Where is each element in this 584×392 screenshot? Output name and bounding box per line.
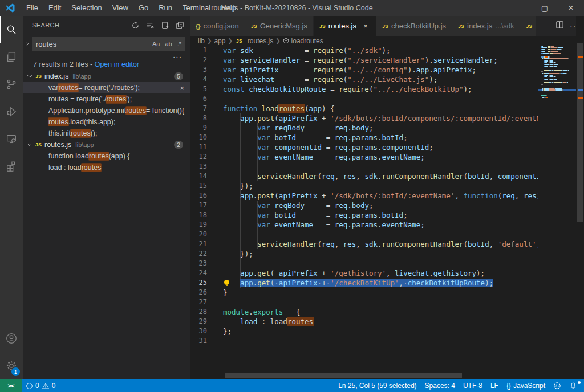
code-editor[interactable]: 1var sdk = require("../sdk");2var servic… xyxy=(190,46,538,373)
open-in-editor-link[interactable]: Open in editor xyxy=(95,60,140,68)
split-editor-button[interactable] xyxy=(555,21,564,31)
overview-ruler[interactable] xyxy=(576,16,584,373)
clear-results-button[interactable] xyxy=(144,19,156,31)
code-line-24[interactable]: 24 app.get( apiPrefix + '/gethistory', l… xyxy=(190,268,538,278)
code-line-27[interactable]: 27 xyxy=(190,297,538,307)
indentation-status[interactable]: Spaces: 4 xyxy=(421,379,459,392)
menu-item-view[interactable]: View xyxy=(107,0,133,16)
code-line-31[interactable]: 31 xyxy=(190,336,538,346)
search-match-row[interactable]: this.initroutes(); xyxy=(23,128,190,139)
tab-routes.js[interactable]: JSroutes.js× xyxy=(314,16,376,36)
code-line-21[interactable]: 21 serviceHandler(req, res, sdk.runCompo… xyxy=(190,239,538,249)
code-line-30[interactable]: 30}; xyxy=(190,326,538,336)
language-status[interactable]: {} JavaScript xyxy=(502,379,549,392)
code-line-4[interactable]: 4var livechat = require("../../LiveChat.… xyxy=(190,75,538,84)
accounts-button[interactable] xyxy=(0,325,23,352)
code-line-11[interactable]: 11 var componentId = req.params.componen… xyxy=(190,142,538,152)
search-match-row[interactable]: routes.load(this.app); xyxy=(23,116,190,128)
tab-GenericMsg.js[interactable]: JSGenericMsg.js xyxy=(245,16,314,36)
search-match-row[interactable]: var routes = require('./routes');× xyxy=(23,82,190,93)
close-button[interactable]: × xyxy=(558,0,584,16)
regex-toggle[interactable]: .* xyxy=(176,40,183,48)
menu-item-edit[interactable]: Edit xyxy=(43,0,66,16)
explorer-activity-button[interactable] xyxy=(0,43,23,71)
code-line-25[interactable]: 25 app.get(·apiPrefix·+·'/checkBotKitUp'… xyxy=(190,278,538,288)
eol-status[interactable]: LF xyxy=(486,379,502,392)
open-search-editor-button[interactable] xyxy=(159,19,171,31)
extensions-activity-button[interactable] xyxy=(0,153,23,180)
code-line-17[interactable]: 17 var reqBody = req.body; xyxy=(190,201,538,210)
code-line-20[interactable]: 20 xyxy=(190,230,538,239)
chevron-down-icon[interactable] xyxy=(25,142,34,148)
settings-button[interactable]: 1 xyxy=(0,352,23,379)
tab-index.js[interactable]: JSindex.js...\sdk xyxy=(452,16,520,36)
run-debug-activity-button[interactable] xyxy=(0,98,23,125)
code-line-26[interactable]: 26} xyxy=(190,288,538,297)
vertical-scrollbar-thumb[interactable] xyxy=(577,43,583,222)
menu-item-run[interactable]: Run xyxy=(153,0,177,16)
code-line-13[interactable]: 13 xyxy=(190,162,538,172)
toggle-search-details-button[interactable]: ··· xyxy=(173,52,182,61)
breadcrumb-item-lib[interactable]: lib xyxy=(198,37,205,45)
menu-item-file[interactable]: File xyxy=(21,0,43,16)
tree-file-row[interactable]: JSindex.jslib\app5 xyxy=(23,71,190,82)
code-line-12[interactable]: 12 var eventName = req.params.eventName; xyxy=(190,152,538,162)
code-line-5[interactable]: 5const checkBotkitUpRoute = require("../… xyxy=(190,84,538,94)
code-line-1[interactable]: 1var sdk = require("../sdk"); xyxy=(190,46,538,55)
code-line-10[interactable]: 10 var botId = req.params.botId; xyxy=(190,133,538,142)
tab-stub[interactable]: JS xyxy=(520,16,536,36)
minimap[interactable] xyxy=(538,46,576,373)
code-line-9[interactable]: 9 var reqBody = req.body; xyxy=(190,123,538,133)
minimize-button[interactable]: — xyxy=(505,0,532,16)
problems-status[interactable]: 0 0 xyxy=(22,379,59,392)
breadcrumb-item-loadroutes[interactable]: loadroutes xyxy=(283,37,323,45)
remote-indicator[interactable]: >< xyxy=(0,379,22,392)
match-case-toggle[interactable]: Aa xyxy=(151,40,161,48)
feedback-button[interactable] xyxy=(549,379,565,392)
search-match-row[interactable]: Application.prototype.initroutes = funct… xyxy=(23,105,190,116)
whole-word-toggle[interactable]: ab xyxy=(163,40,173,48)
code-line-19[interactable]: 19 var eventName = req.params.eventName; xyxy=(190,220,538,230)
code-line-18[interactable]: 18 var botId = req.params.botId; xyxy=(190,210,538,220)
search-match-row[interactable]: routes = require('./routes'); xyxy=(23,93,190,105)
breadcrumb-item-app[interactable]: app xyxy=(214,37,225,45)
code-line-3[interactable]: 3var apiPrefix = require("../../config")… xyxy=(190,65,538,75)
menu-item-selection[interactable]: Selection xyxy=(66,0,107,16)
code-line-29[interactable]: 29 load : loadroutes xyxy=(190,317,538,326)
notifications-button[interactable] xyxy=(565,379,584,392)
code-line-6[interactable]: 6 xyxy=(190,94,538,104)
dismiss-match-icon[interactable]: × xyxy=(180,84,184,92)
code-line-8[interactable]: 8 app.post(apiPrefix + '/sdk/bots/:botId… xyxy=(190,113,538,123)
code-line-2[interactable]: 2var serviceHandler = require("./service… xyxy=(190,55,538,65)
menu-item-go[interactable]: Go xyxy=(133,0,153,16)
encoding-status[interactable]: UTF-8 xyxy=(459,379,486,392)
search-activity-button[interactable] xyxy=(0,16,23,43)
code-line-15[interactable]: 15 }); xyxy=(190,181,538,191)
breadcrumb-item-routes.js[interactable]: JSroutes.js xyxy=(235,37,273,45)
code-line-16[interactable]: 16 app.post(apiPrefix + '/sdk/bots/:botI… xyxy=(190,191,538,201)
chevron-down-icon[interactable] xyxy=(25,74,34,79)
code-line-22[interactable]: 22 }); xyxy=(190,249,538,259)
lightbulb-icon[interactable] xyxy=(224,280,230,286)
search-match-row[interactable]: load : loadroutes xyxy=(23,162,190,173)
search-match-row[interactable]: function loadroutes(app) { xyxy=(23,150,190,162)
code-line-7[interactable]: 7function loadroutes(app) { xyxy=(190,104,538,113)
collapse-all-button[interactable] xyxy=(174,19,185,31)
code-line-23[interactable]: 23 xyxy=(190,259,538,268)
menu-item-terminal[interactable]: Terminal xyxy=(177,0,216,16)
refresh-button[interactable] xyxy=(129,19,141,31)
remote-explorer-activity-button[interactable] xyxy=(0,125,23,153)
source-control-activity-button[interactable] xyxy=(0,71,23,98)
tree-file-row[interactable]: JSroutes.jslib\app2 xyxy=(23,139,190,150)
code-line-28[interactable]: 28module.exports = { xyxy=(190,307,538,317)
search-input[interactable] xyxy=(33,40,151,48)
horizontal-scrollbar-thumb[interactable] xyxy=(225,373,462,378)
token: apiPrefix xyxy=(279,279,318,287)
tab-config.json[interactable]: {}config.json xyxy=(190,16,245,36)
cursor-position-status[interactable]: Ln 25, Col 5 (59 selected) xyxy=(334,379,420,392)
tab-close-icon[interactable]: × xyxy=(361,22,370,30)
tab-checkBotkitUp.js[interactable]: JScheckBotkitUp.js xyxy=(376,16,452,36)
maximize-button[interactable]: ▢ xyxy=(532,0,558,16)
toggle-replace-button[interactable] xyxy=(23,41,32,47)
code-line-14[interactable]: 14 serviceHandler(req, res, sdk.runCompo… xyxy=(190,172,538,181)
